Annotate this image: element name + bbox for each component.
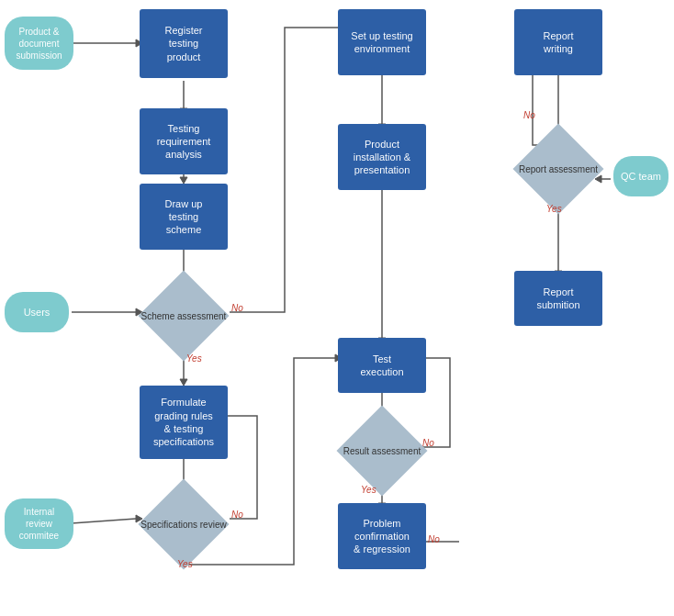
formulate-label: Formulate grading rules & testing specif… bbox=[153, 396, 214, 448]
qc-team-label: QC team bbox=[621, 170, 661, 183]
report-submit-label: Report submition bbox=[536, 286, 579, 312]
test-exec-node: Test execution bbox=[338, 338, 426, 393]
problem-no-label: No bbox=[428, 534, 440, 544]
users-node: Users bbox=[5, 292, 69, 332]
test-exec-label: Test execution bbox=[360, 353, 403, 379]
result-yes-label: Yes bbox=[361, 485, 376, 495]
report-no-label: No bbox=[523, 110, 535, 120]
report-submit-node: Report submition bbox=[514, 271, 602, 326]
flowchart: Product & document submission Register t… bbox=[0, 0, 674, 616]
problem-confirm-label: Problem confirmation & regression bbox=[354, 517, 410, 556]
scheme-assess-node: Scheme assessment bbox=[140, 283, 228, 349]
scheme-no-label: No bbox=[231, 303, 243, 313]
specs-review-node: Specifications review bbox=[140, 491, 228, 557]
result-no-label: No bbox=[422, 438, 434, 448]
users-label: Users bbox=[24, 306, 51, 319]
report-assess-yes-label: Yes bbox=[546, 204, 562, 214]
specs-yes-label: Yes bbox=[177, 559, 193, 569]
report-writing-node: Report writing bbox=[514, 9, 602, 75]
testing-req-label: Testing requirement analysis bbox=[157, 122, 211, 162]
svg-marker-5 bbox=[180, 177, 187, 184]
setup-label: Set up testing environment bbox=[351, 29, 412, 56]
product-install-label: Product installation & presentation bbox=[354, 138, 410, 177]
register-testing-label: Register testing product bbox=[165, 24, 203, 63]
draw-up-node: Draw up testing scheme bbox=[140, 184, 228, 250]
svg-marker-11 bbox=[180, 379, 187, 386]
svg-line-15 bbox=[72, 519, 136, 523]
problem-confirm-node: Problem confirmation & regression bbox=[338, 503, 426, 569]
product-install-node: Product installation & presentation bbox=[338, 124, 426, 190]
report-assess-node: Report assessment bbox=[514, 136, 602, 202]
product-doc-node: Product & document submission bbox=[5, 17, 73, 70]
setup-node: Set up testing environment bbox=[338, 9, 426, 75]
internal-review-label: Internal review commitee bbox=[19, 506, 59, 542]
internal-review-node: Internal review commitee bbox=[5, 498, 73, 549]
scheme-yes-label: Yes bbox=[186, 353, 202, 364]
draw-up-label: Draw up testing scheme bbox=[165, 197, 203, 237]
formulate-node: Formulate grading rules & testing specif… bbox=[140, 386, 228, 459]
product-doc-label: Product & document submission bbox=[16, 26, 62, 62]
qc-team-node: QC team bbox=[613, 156, 668, 196]
specs-no-label: No bbox=[231, 510, 243, 520]
register-testing-node: Register testing product bbox=[140, 9, 228, 78]
result-assess-node: Result assessment bbox=[338, 418, 426, 484]
report-writing-label: Report writing bbox=[543, 29, 573, 56]
testing-req-node: Testing requirement analysis bbox=[140, 108, 228, 174]
